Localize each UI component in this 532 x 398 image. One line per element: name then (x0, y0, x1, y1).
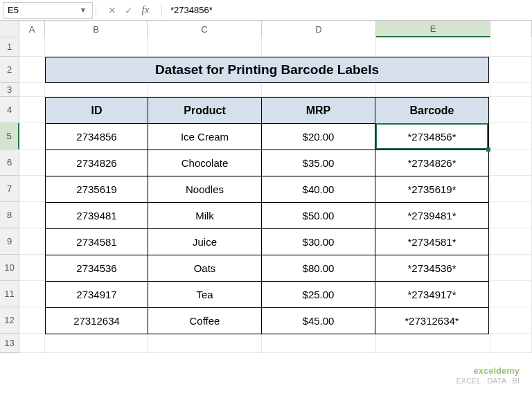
cell-product[interactable]: Noodles (148, 177, 262, 203)
row-header-7[interactable]: 7 (0, 176, 19, 202)
cell-barcode[interactable]: *27312634* (375, 308, 489, 334)
row-header-11[interactable]: 11 (0, 281, 19, 307)
table-row: 2739481Milk$50.00*2739481* (46, 203, 489, 229)
cell-id[interactable]: 2739481 (46, 203, 148, 229)
cell-id[interactable]: 2734826 (46, 150, 148, 177)
table-row: 27312634Coffee$45.00*27312634* (46, 308, 489, 334)
col-header-e[interactable]: E (376, 21, 490, 37)
cell-barcode[interactable]: *2734826* (375, 150, 489, 177)
row-header-6[interactable]: 6 (0, 150, 19, 176)
cell-mrp[interactable]: $50.00 (262, 203, 375, 229)
table-header-row: ID Product MRP Barcode (46, 98, 489, 124)
column-header-row: A B C D E (0, 21, 532, 37)
col-header-b[interactable]: B (45, 21, 148, 37)
select-all-corner[interactable] (0, 21, 19, 37)
row-headers: 1 2 3 4 5 6 7 8 9 10 11 12 13 (0, 37, 19, 353)
col-header-d[interactable]: D (262, 21, 376, 37)
table-row: 2734826Chocolate$35.00*2734826* (46, 150, 489, 177)
col-header-a[interactable]: A (19, 21, 45, 37)
name-box[interactable]: E5 (3, 5, 76, 15)
row-header-2[interactable]: 2 (0, 57, 19, 83)
divider (96, 4, 96, 17)
cell-product[interactable]: Ice Cream (148, 124, 262, 150)
cell-mrp[interactable]: $30.00 (262, 229, 375, 255)
header-product[interactable]: Product (148, 98, 262, 124)
cell-product[interactable]: Milk (148, 203, 262, 229)
row-header-8[interactable]: 8 (0, 202, 19, 228)
header-mrp[interactable]: MRP (262, 98, 375, 124)
row-header-3[interactable]: 3 (0, 83, 19, 97)
row-header-4[interactable]: 4 (0, 97, 19, 123)
table-row: 2734536Oats$80.00*2734536* (46, 255, 489, 282)
table-row: 2734856Ice Cream$20.00*2734856* (46, 124, 489, 150)
cell-product[interactable]: Tea (148, 282, 262, 308)
row-header-13[interactable]: 13 (0, 334, 19, 353)
cell-barcode[interactable]: *2739481* (375, 203, 489, 229)
watermark: exceldemy EXCEL · DATA · BI (456, 365, 520, 386)
table-row: 2735619Noodles$40.00*2735619* (46, 177, 489, 203)
formula-input[interactable]: *2734856* (165, 5, 532, 15)
cell-product[interactable]: Chocolate (148, 150, 262, 177)
confirm-icon[interactable]: ✓ (121, 3, 136, 18)
formula-bar: E5 ▼ ✕ ✓ fx *2734856* (0, 0, 532, 21)
row-header-12[interactable]: 12 (0, 307, 19, 334)
cell-product[interactable]: Coffee (148, 308, 262, 334)
cell-barcode[interactable]: *2734917* (375, 282, 489, 308)
cell-product[interactable]: Juice (148, 229, 262, 255)
col-header-rest[interactable] (490, 21, 532, 37)
cell-id[interactable]: 27312634 (46, 308, 148, 334)
table-row: 2734917Tea$25.00*2734917* (46, 282, 489, 308)
cell-id[interactable]: 2734536 (46, 255, 148, 282)
data-table: ID Product MRP Barcode 2734856Ice Cream$… (45, 97, 489, 334)
cell-mrp[interactable]: $40.00 (262, 177, 375, 203)
row-header-5[interactable]: 5 (0, 123, 19, 150)
cell-barcode[interactable]: *2734581* (375, 229, 489, 255)
table-row: 2734581Juice$30.00*2734581* (46, 229, 489, 255)
col-header-c[interactable]: C (148, 21, 262, 37)
cell-id[interactable]: 2734917 (46, 282, 148, 308)
cell-mrp[interactable]: $20.00 (262, 124, 375, 150)
header-barcode[interactable]: Barcode (375, 98, 489, 124)
cell-product[interactable]: Oats (148, 255, 262, 282)
cell-id[interactable]: 2734856 (46, 124, 148, 150)
page-title: Dataset for Printing Barcode Labels (45, 57, 489, 83)
header-id[interactable]: ID (46, 98, 148, 124)
cell-barcode[interactable]: *2734536* (375, 255, 489, 282)
sheet-body: 1 2 3 4 5 6 7 8 9 10 11 12 13 (0, 37, 532, 353)
title-container: Dataset for Printing Barcode Labels (45, 57, 489, 83)
cell-mrp[interactable]: $80.00 (262, 255, 375, 282)
row-header-1[interactable]: 1 (0, 37, 19, 57)
cancel-icon[interactable]: ✕ (105, 3, 120, 18)
cell-id[interactable]: 2734581 (46, 229, 148, 255)
row-header-10[interactable]: 10 (0, 255, 19, 281)
name-box-container[interactable]: E5 ▼ (3, 2, 93, 19)
watermark-brand: exceldemy (456, 365, 520, 377)
watermark-tagline: EXCEL · DATA · BI (456, 377, 520, 386)
row-header-9[interactable]: 9 (0, 228, 19, 255)
formula-buttons: ✕ ✓ fx (99, 3, 159, 18)
name-box-dropdown-icon[interactable]: ▼ (76, 6, 90, 14)
cell-mrp[interactable]: $45.00 (262, 308, 375, 334)
cell-barcode[interactable]: *2735619* (375, 177, 489, 203)
fill-handle[interactable] (486, 147, 490, 152)
divider (161, 4, 162, 17)
grid-area[interactable]: Dataset for Printing Barcode Labels ID P… (19, 37, 532, 353)
cell-barcode[interactable]: *2734856* (375, 124, 489, 150)
cell-id[interactable]: 2735619 (46, 177, 148, 203)
cell-mrp[interactable]: $25.00 (262, 282, 375, 308)
fx-icon[interactable]: fx (138, 3, 153, 18)
cell-mrp[interactable]: $35.00 (262, 150, 375, 177)
